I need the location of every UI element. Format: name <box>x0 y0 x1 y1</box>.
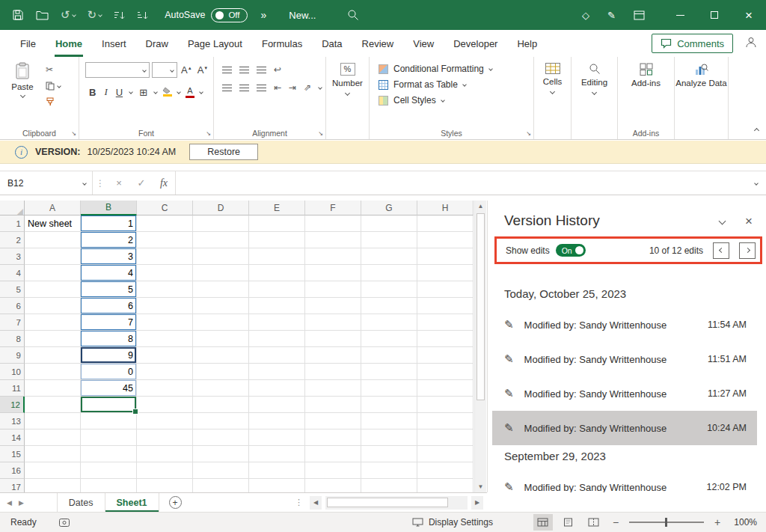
borders-button[interactable]: ⊞ <box>138 87 149 98</box>
cell-D8[interactable] <box>193 331 249 347</box>
cell-F2[interactable] <box>305 232 361 248</box>
page-layout-view-button[interactable] <box>559 514 578 531</box>
cell-C16[interactable] <box>137 462 193 479</box>
tab-review[interactable]: Review <box>352 30 404 57</box>
tab-bar-handle[interactable]: ⋮ <box>295 498 303 507</box>
cell-H6[interactable] <box>417 298 474 314</box>
expand-formula-bar-icon[interactable] <box>747 171 766 195</box>
formula-input[interactable] <box>175 171 747 195</box>
cell-E1[interactable] <box>249 215 305 232</box>
cell-H10[interactable] <box>417 364 474 380</box>
cell-E14[interactable] <box>249 429 305 446</box>
cell-C4[interactable] <box>137 265 193 281</box>
tab-help[interactable]: Help <box>507 30 547 57</box>
underline-button[interactable]: U <box>114 87 124 98</box>
cell-F3[interactable] <box>305 248 361 265</box>
cell-F16[interactable] <box>305 462 361 479</box>
column-header-B[interactable]: B <box>81 201 137 215</box>
cell-B17[interactable] <box>81 479 137 492</box>
cell-A7[interactable] <box>25 314 81 331</box>
cell-E3[interactable] <box>249 248 305 265</box>
font-dialog-launcher[interactable]: ↘ <box>206 131 211 137</box>
cell-A3[interactable] <box>25 248 81 265</box>
cell-A17[interactable] <box>25 479 81 492</box>
cell-A9[interactable] <box>25 347 81 364</box>
cell-E6[interactable] <box>249 298 305 314</box>
cell-F11[interactable] <box>305 380 361 397</box>
cell-G17[interactable] <box>361 479 417 492</box>
zoom-in-button[interactable]: + <box>711 516 723 528</box>
addins-button[interactable]: Add-ins <box>618 57 674 88</box>
cell-E11[interactable] <box>249 380 305 397</box>
tab-home[interactable]: Home <box>46 30 92 57</box>
open-folder-icon[interactable] <box>36 10 49 20</box>
cell-G14[interactable] <box>361 429 417 446</box>
cell-B11[interactable]: 45 <box>81 380 137 397</box>
row-header-3[interactable]: 3 <box>0 248 25 265</box>
cell-C12[interactable] <box>137 397 193 413</box>
alignment-dialog-launcher[interactable]: ↘ <box>318 131 323 137</box>
cell-C10[interactable] <box>137 364 193 380</box>
cell-E15[interactable] <box>249 446 305 462</box>
sort-ascending-icon[interactable] <box>114 10 125 20</box>
fill-color-button[interactable] <box>162 88 172 97</box>
cell-G4[interactable] <box>361 265 417 281</box>
cell-E7[interactable] <box>249 314 305 331</box>
vertical-scrollbar-thumb[interactable] <box>477 213 485 400</box>
cancel-icon[interactable]: × <box>108 171 130 195</box>
conditional-formatting-button[interactable]: Conditional Formatting <box>379 64 533 74</box>
enter-check-icon[interactable]: ✓ <box>130 171 153 195</box>
cell-D14[interactable] <box>193 429 249 446</box>
number-format-button[interactable]: % Number <box>326 57 369 95</box>
cell-F5[interactable] <box>305 281 361 298</box>
premium-diamond-icon[interactable]: ◇ <box>582 10 589 21</box>
page-break-view-button[interactable] <box>584 514 604 531</box>
zoom-percentage[interactable]: 100% <box>734 517 757 528</box>
sheet-tab-sheet1[interactable]: Sheet1 <box>105 493 159 512</box>
cell-styles-button[interactable]: Cell Styles <box>379 95 533 106</box>
cell-H7[interactable] <box>417 314 474 331</box>
insert-function-button[interactable]: fx <box>153 171 175 195</box>
cell-F1[interactable] <box>305 215 361 232</box>
add-sheet-button[interactable]: + <box>169 496 182 509</box>
scroll-left-icon[interactable]: ◀ <box>310 496 322 510</box>
row-header-4[interactable]: 4 <box>0 265 25 281</box>
search-icon[interactable] <box>347 9 359 21</box>
ribbon-display-options-icon[interactable] <box>634 10 645 20</box>
zoom-slider-thumb[interactable] <box>665 518 667 527</box>
cell-G5[interactable] <box>361 281 417 298</box>
cell-F6[interactable] <box>305 298 361 314</box>
cell-B12[interactable] <box>81 397 137 413</box>
history-entry[interactable]: ✎Modified by: Sandy Writtenhouse11:51 AM <box>492 342 757 376</box>
next-edit-button[interactable] <box>739 242 756 259</box>
tab-file[interactable]: File <box>10 30 46 57</box>
scroll-down-icon[interactable]: ▼ <box>475 483 486 490</box>
cell-E8[interactable] <box>249 331 305 347</box>
close-button[interactable]: × <box>732 0 766 30</box>
display-settings-button[interactable]: Display Settings <box>412 517 493 528</box>
collapse-ribbon-button[interactable] <box>755 124 759 135</box>
cell-B9[interactable]: 9 <box>81 347 137 364</box>
sort-descending-icon[interactable] <box>137 10 148 20</box>
cell-F8[interactable] <box>305 331 361 347</box>
row-header-7[interactable]: 7 <box>0 314 25 331</box>
cell-E5[interactable] <box>249 281 305 298</box>
cell-B10[interactable]: 0 <box>81 364 137 380</box>
cell-G9[interactable] <box>361 347 417 364</box>
cell-C8[interactable] <box>137 331 193 347</box>
italic-button[interactable]: I <box>102 86 108 98</box>
cell-C6[interactable] <box>137 298 193 314</box>
row-header-13[interactable]: 13 <box>0 413 25 429</box>
person-icon[interactable] <box>745 37 757 50</box>
tab-insert[interactable]: Insert <box>92 30 136 57</box>
cell-H13[interactable] <box>417 413 474 429</box>
cell-D6[interactable] <box>193 298 249 314</box>
cell-H16[interactable] <box>417 462 474 479</box>
row-header-16[interactable]: 16 <box>0 462 25 479</box>
name-box[interactable]: B12 <box>0 171 76 195</box>
cell-F4[interactable] <box>305 265 361 281</box>
font-name-select[interactable] <box>85 62 150 78</box>
panel-collapse-chevron-icon[interactable] <box>719 217 726 224</box>
cell-A14[interactable] <box>25 429 81 446</box>
tab-developer[interactable]: Developer <box>444 30 507 57</box>
